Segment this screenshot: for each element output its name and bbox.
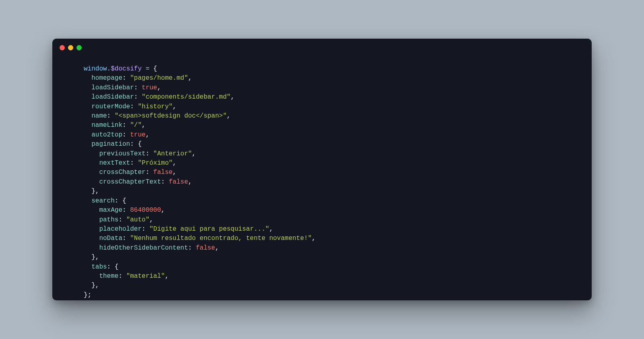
code-token: =: [142, 65, 153, 72]
minimize-icon[interactable]: [68, 45, 73, 50]
code-token: routerMode: [91, 103, 130, 110]
code-token: false: [196, 244, 215, 252]
code-token: true: [142, 84, 157, 91]
code-token: ,: [95, 254, 99, 261]
code-token: true: [130, 131, 145, 138]
code-token: loadSidebar: [91, 93, 134, 101]
code-token: ,: [149, 216, 153, 223]
code-token: :: [122, 122, 130, 129]
code-token: "Próximo": [138, 159, 172, 167]
code-token: :: [146, 169, 153, 176]
code-token: :: [134, 84, 142, 91]
code-token: "Digite aqui para pesquisar...": [149, 225, 269, 233]
code-token: {: [115, 263, 119, 271]
code-token: ,: [173, 169, 177, 176]
code-token: ,: [192, 150, 196, 157]
code-token: placeholder: [99, 225, 142, 233]
code-token: :: [118, 216, 126, 223]
code-token: :: [130, 141, 138, 148]
code-token: :: [142, 225, 149, 233]
code-token: auto2top: [91, 131, 122, 138]
code-token: :: [130, 103, 138, 110]
code-token: :: [115, 197, 122, 205]
code-token: :: [122, 74, 130, 82]
code-token: ,: [161, 207, 165, 214]
code-token: "pages/home.md": [130, 74, 188, 82]
code-token: "material": [126, 273, 165, 280]
code-token: ,: [188, 74, 192, 82]
code-token: ,: [269, 225, 273, 233]
code-token: false: [153, 169, 173, 176]
code-token: 86400000: [130, 207, 161, 214]
code-token: "Nenhum resultado encontrado, tente nova…: [130, 235, 312, 242]
code-token: ,: [146, 131, 150, 138]
code-token: theme: [99, 273, 118, 280]
code-token: :: [122, 131, 130, 138]
code-token: :: [146, 150, 153, 157]
code-token: ,: [312, 235, 316, 242]
code-token: ,: [215, 244, 219, 252]
code-token: :: [161, 178, 169, 186]
code-token: ,: [173, 159, 177, 167]
code-token: :: [188, 244, 196, 252]
code-token: crossChapterText: [99, 178, 161, 186]
code-token: $docsify: [111, 65, 142, 72]
code-token: noData: [99, 235, 122, 242]
window-titlebar: [52, 39, 592, 56]
code-token: {: [122, 197, 126, 205]
code-token: "auto": [126, 216, 150, 223]
code-token: :: [134, 93, 138, 101]
code-token: paths: [99, 216, 118, 223]
code-token: ,: [231, 93, 235, 101]
code-block: window.$docsify = { homepage: "pages/hom…: [52, 56, 592, 300]
code-token: nameLink: [91, 122, 122, 129]
code-token: "<span>softdesign doc</span>": [115, 112, 227, 120]
code-token: }: [91, 254, 95, 261]
code-token: {: [153, 65, 157, 72]
code-token: ,: [188, 178, 192, 186]
zoom-icon[interactable]: [76, 45, 82, 50]
code-token: :: [107, 263, 115, 271]
code-token: ,: [95, 188, 99, 195]
code-token: ,: [227, 112, 231, 120]
editor-window: window.$docsify = { homepage: "pages/hom…: [52, 39, 592, 300]
code-token: tabs: [91, 263, 107, 271]
code-token: };: [84, 291, 91, 299]
code-token: ,: [157, 84, 161, 91]
code-token: "Anterior": [153, 150, 192, 157]
code-token: search: [91, 197, 115, 205]
code-token: homepage: [91, 74, 122, 82]
code-token: .: [107, 65, 111, 72]
code-token: ,: [95, 282, 99, 289]
code-token: }: [91, 188, 95, 195]
code-token: window: [84, 65, 107, 72]
code-token: loadSidebar: [91, 84, 134, 91]
code-token: "components/sidebar.md": [142, 93, 231, 101]
close-icon[interactable]: [60, 45, 65, 50]
code-token: :: [122, 207, 130, 214]
code-token: ,: [173, 103, 177, 110]
code-token: {: [138, 141, 142, 148]
code-token: false: [169, 178, 188, 186]
code-token: ,: [142, 122, 146, 129]
code-token: pagination: [91, 141, 130, 148]
code-token: ,: [165, 273, 169, 280]
code-token: "history": [138, 103, 172, 110]
code-token: previousText: [99, 150, 145, 157]
code-token: :: [130, 159, 138, 167]
code-token: name: [91, 112, 107, 120]
code-token: hideOtherSidebarContent: [99, 244, 188, 252]
code-token: nextText: [99, 159, 130, 167]
code-token: :: [118, 273, 126, 280]
code-token: :: [122, 235, 130, 242]
code-token: "/": [130, 122, 142, 129]
code-token: crossChapter: [99, 169, 145, 176]
code-token: maxAge: [99, 207, 122, 214]
code-token: }: [91, 282, 95, 289]
code-token: :: [107, 112, 115, 120]
